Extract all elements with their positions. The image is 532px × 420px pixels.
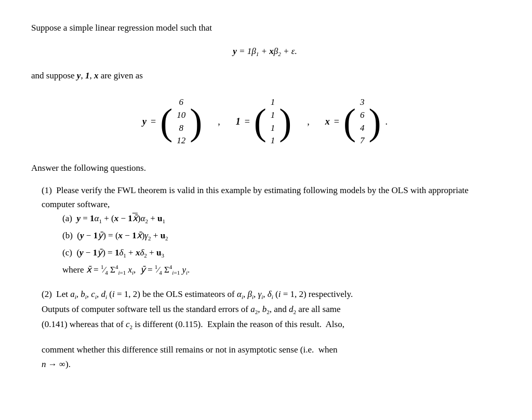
x-val-2: 6 bbox=[360, 109, 365, 122]
q1c-eq: (y − 1ȳ) = 1δ1 + xδ2 + u3 bbox=[76, 248, 164, 258]
y-matrix-values: 6 10 8 12 bbox=[172, 94, 190, 150]
x-paren-left: ( bbox=[343, 103, 356, 141]
page-content: Suppose a simple linear regression model… bbox=[31, 21, 499, 371]
last-line-text: n → ∞). bbox=[31, 357, 499, 371]
y-matrix-expr: y = ( 6 10 8 12 ) bbox=[142, 94, 202, 150]
one-equals: = bbox=[245, 114, 250, 129]
one-matrix-container: ( 1 1 1 1 ) bbox=[254, 94, 291, 150]
y-paren-right: ) bbox=[190, 103, 202, 141]
one-val-4: 1 bbox=[271, 134, 275, 147]
one-matrix-expr: 1 = ( 1 1 1 1 ) bbox=[236, 94, 292, 150]
given-text-mid1: , bbox=[81, 71, 85, 80]
x-matrix-container: ( 3 6 4 7 ) bbox=[343, 94, 381, 150]
x-matrix-values: 3 6 4 7 bbox=[356, 94, 369, 150]
answer-section: Answer the following questions. (1) Plea… bbox=[31, 161, 499, 371]
x-val-1: 3 bbox=[360, 96, 365, 109]
q1b-subquestion: (b) (y − 1ȳ) = (x − 1x̄)γ2 + u2 bbox=[42, 228, 499, 243]
answer-intro-span: Answer the following questions. bbox=[31, 163, 146, 173]
y-equals: = bbox=[151, 114, 156, 129]
where-text: where x̄ = 1⁄4 Σ4i=1 xi, ȳ = 1⁄4 Σ4i=1 y… bbox=[62, 265, 190, 275]
y-val-2: 10 bbox=[177, 109, 185, 122]
given-text-prefix: and suppose bbox=[31, 71, 77, 80]
q1a-label: (a) bbox=[62, 213, 76, 223]
main-eq-equals: = bbox=[239, 46, 247, 56]
q1c-label: (c) bbox=[62, 248, 76, 258]
x-val-4: 7 bbox=[360, 134, 365, 147]
y-val-3: 8 bbox=[179, 122, 183, 135]
one-val-2: 1 bbox=[271, 109, 275, 122]
y-val-1: 6 bbox=[179, 96, 183, 109]
one-matrix-values: 1 1 1 1 bbox=[267, 94, 280, 150]
continuation-text: comment whether this difference still re… bbox=[31, 343, 499, 357]
x-equals: = bbox=[334, 114, 339, 129]
main-equation: y = 1β1 + xβ2 + ε. bbox=[31, 44, 499, 59]
intro-text: Suppose a simple linear regression model… bbox=[31, 23, 212, 33]
y-paren-left: ( bbox=[160, 103, 172, 141]
answer-intro-text: Answer the following questions. bbox=[31, 161, 499, 175]
matrices-display: y = ( 6 10 8 12 ) , 1 = ( 1 1 bbox=[31, 94, 499, 150]
comma-2: , bbox=[307, 114, 310, 129]
q2-line2: Outputs of computer software tell us the… bbox=[42, 302, 499, 317]
one-paren-left: ( bbox=[254, 103, 267, 141]
given-text-suffix: are given as bbox=[98, 71, 142, 80]
q1b-label: (b) bbox=[62, 231, 77, 240]
main-eq-y: y bbox=[233, 46, 237, 56]
one-paren-right: ) bbox=[279, 103, 291, 141]
x-matrix-expr: x = ( 3 6 4 7 ) . bbox=[325, 94, 388, 150]
intro-paragraph: Suppose a simple linear regression model… bbox=[31, 21, 499, 35]
question-1-block: (1) Please verify the FWL theorem is val… bbox=[31, 183, 499, 278]
x-matrix-label: x bbox=[325, 114, 330, 129]
where-line: where x̄ = 1⁄4 Σ4i=1 xi, ȳ = 1⁄4 Σ4i=1 y… bbox=[42, 263, 499, 278]
q1-intro-span: (1) Please verify the FWL theorem is val… bbox=[42, 185, 469, 209]
one-val-1: 1 bbox=[271, 96, 275, 109]
q1-text: (1) Please verify the FWL theorem is val… bbox=[42, 183, 499, 211]
y-matrix-container: ( 6 10 8 12 ) bbox=[160, 94, 202, 150]
given-paragraph: and suppose y, 1, x are given as bbox=[31, 69, 499, 83]
q1c-subquestion: (c) (y − 1ȳ) = 1δ1 + xδ2 + u3 bbox=[42, 246, 499, 261]
one-val-3: 1 bbox=[271, 122, 275, 135]
one-matrix-label: 1 bbox=[236, 114, 241, 129]
q1a-eq: = 1α1 + (x − 1x̄)α2 + u1 bbox=[83, 213, 165, 223]
q1b-eq: (y − 1ȳ) = (x − 1x̄)γ2 + u2 bbox=[77, 231, 168, 240]
y-matrix-label: y bbox=[142, 114, 147, 129]
comma-1: , bbox=[218, 114, 220, 129]
question-2-block: (2) Let ai, bi, ci, di (i = 1, 2) be the… bbox=[31, 287, 499, 332]
given-text-mid2: , bbox=[89, 71, 94, 80]
period-after-x: . bbox=[385, 114, 388, 129]
x-paren-right: ) bbox=[368, 103, 381, 141]
q2-line1: (2) Let ai, bi, ci, di (i = 1, 2) be the… bbox=[42, 287, 499, 302]
q1a-subquestion: (a) y = 1α1 + (x − 1x̄)α2 + u1 bbox=[42, 211, 499, 226]
y-val-4: 12 bbox=[177, 134, 185, 147]
x-val-3: 4 bbox=[360, 122, 365, 135]
main-eq-body: 1β1 + xβ2 + ε. bbox=[247, 46, 297, 56]
q2-line3: (0.141) whereas that of c2 is different … bbox=[42, 317, 499, 332]
q1a-y: y bbox=[76, 213, 81, 223]
